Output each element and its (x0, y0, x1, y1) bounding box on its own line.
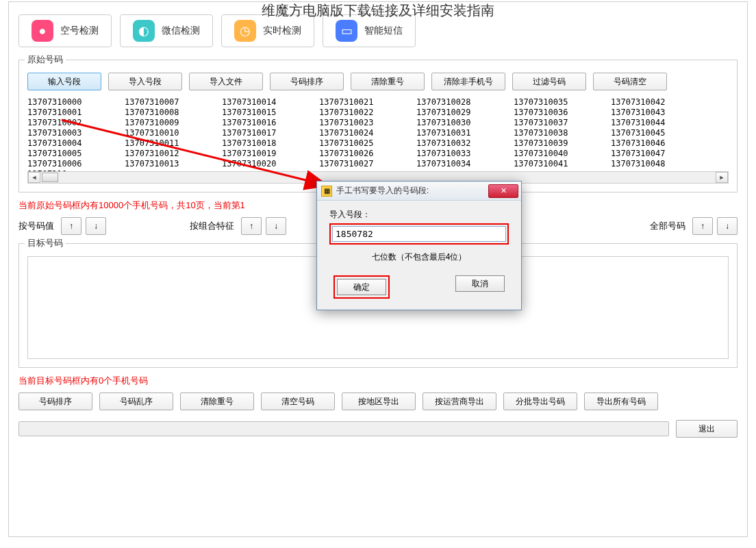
dialog-body: 导入号段： 七位数（不包含最后4位） 确定 取消 (317, 201, 521, 310)
target-button-row: 号码排序 号码乱序 清除重号 清空号码 按地区导出 按运营商导出 分批导出号码 … (18, 393, 738, 410)
number-cell[interactable]: 13707310027 (319, 159, 416, 169)
tgt-dedupe-button[interactable]: 清除重号 (180, 393, 254, 410)
number-cell[interactable]: 13707310 (27, 169, 68, 171)
scroll-left-icon[interactable]: ◄ (28, 172, 40, 183)
number-cell[interactable]: 13707310020 (222, 159, 319, 169)
number-cell[interactable]: 13707310001 (27, 108, 125, 118)
exit-button[interactable]: 退出 (676, 420, 738, 438)
clear-numbers-button[interactable]: 号码清空 (593, 73, 667, 90)
number-cell[interactable]: 13707310006 (27, 159, 125, 169)
number-cell[interactable]: 13707310005 (27, 149, 125, 159)
number-cell[interactable]: 13707310040 (514, 149, 611, 159)
number-cell[interactable]: 13707310042 (611, 97, 708, 108)
sort-value-down-button[interactable]: ↓ (86, 217, 106, 235)
number-cell[interactable]: 13707310011 (125, 138, 222, 149)
number-column: 1370731013707310137073101370731013707310… (27, 169, 68, 171)
number-column: 1370731001413707310015137073100161370731… (222, 97, 319, 169)
scroll-right-icon[interactable]: ► (716, 172, 728, 183)
target-status: 当前目标号码框内有0个手机号码 (18, 375, 738, 387)
number-cell[interactable]: 13707310021 (319, 97, 416, 108)
number-cell[interactable]: 13707310041 (514, 159, 611, 169)
sms-icon: ▭ (336, 20, 357, 42)
number-cell[interactable]: 13707310047 (611, 149, 708, 159)
sort-numbers-button[interactable]: 号码排序 (270, 73, 344, 90)
number-cell[interactable]: 13707310024 (319, 128, 416, 138)
number-cell[interactable]: 13707310004 (27, 138, 125, 149)
number-cell[interactable]: 13707310009 (125, 118, 222, 128)
number-cell[interactable]: 13707310043 (611, 108, 708, 118)
export-region-button[interactable]: 按地区导出 (342, 393, 416, 410)
number-cell[interactable]: 13707310018 (222, 138, 319, 149)
number-cell[interactable]: 13707310007 (125, 97, 222, 108)
close-icon[interactable]: ✕ (488, 184, 518, 198)
number-cell[interactable]: 13707310031 (416, 128, 514, 138)
number-cell[interactable]: 13707310008 (125, 108, 222, 118)
tgt-shuffle-button[interactable]: 号码乱序 (99, 393, 173, 410)
source-section: 原始号码 输入号段 导入号段 导入文件 号码排序 清除重号 清除非手机号 过滤号… (18, 60, 738, 192)
number-cell[interactable]: 13707310013 (125, 159, 222, 169)
number-cell[interactable]: 13707310010 (125, 128, 222, 138)
filter-button[interactable]: 过滤号码 (512, 73, 586, 90)
number-cell[interactable]: 13707310019 (222, 149, 319, 159)
dialog-hint: 七位数（不包含最后4位） (329, 251, 509, 263)
remove-nonmobile-button[interactable]: 清除非手机号 (431, 73, 505, 90)
number-cell[interactable]: 13707310035 (514, 97, 611, 108)
number-cell[interactable]: 13707310016 (222, 118, 319, 128)
sort-group-down-button[interactable]: ↓ (266, 217, 286, 235)
import-file-button[interactable]: 导入文件 (189, 73, 263, 90)
number-cell[interactable]: 13707310028 (416, 97, 514, 108)
number-column: 1370731000013707310001137073100021370731… (27, 97, 125, 169)
input-segment-button[interactable]: 输入号段 (27, 73, 101, 90)
number-column: 1370731000713707310008137073100091370731… (125, 97, 222, 169)
tab-label: 智能短信 (364, 25, 403, 37)
dialog-title: 手工书写要导入的号码段: (336, 185, 484, 197)
ok-button[interactable]: 确定 (337, 279, 386, 295)
number-cell[interactable]: 13707310037 (514, 118, 611, 128)
page-title: 维魔方电脑版下载链接及详细安装指南 (262, 1, 494, 20)
all-down-button[interactable]: ↓ (717, 217, 738, 235)
number-cell[interactable]: 13707310015 (222, 108, 319, 118)
tab-wechat-check[interactable]: ◐ 微信检测 (120, 14, 213, 47)
target-title: 目标号码 (25, 237, 66, 249)
tgt-clear-button[interactable]: 清空号码 (261, 393, 335, 410)
import-segment-button[interactable]: 导入号段 (108, 73, 182, 90)
number-cell[interactable]: 13707310045 (611, 128, 708, 138)
number-cell[interactable]: 13707310030 (416, 118, 514, 128)
number-cell[interactable]: 13707310046 (611, 138, 708, 149)
dialog-app-icon: ▦ (321, 186, 332, 197)
dialog-titlebar[interactable]: ▦ 手工书写要导入的号码段: ✕ (317, 182, 521, 201)
number-cell[interactable]: 13707310023 (319, 118, 416, 128)
cancel-button[interactable]: 取消 (455, 275, 505, 292)
sort-group-up-button[interactable]: ↑ (241, 217, 262, 235)
number-cell[interactable]: 13707310036 (514, 108, 611, 118)
number-cell[interactable]: 13707310025 (319, 138, 416, 149)
number-cell[interactable]: 13707310039 (514, 138, 611, 149)
number-cell[interactable]: 13707310044 (611, 118, 708, 128)
scroll-thumb[interactable] (42, 173, 58, 182)
all-up-button[interactable]: ↑ (692, 217, 713, 235)
tgt-sort-button[interactable]: 号码排序 (18, 393, 92, 410)
export-carrier-button[interactable]: 按运营商导出 (423, 393, 496, 410)
number-cell[interactable]: 13707310022 (319, 108, 416, 118)
number-cell[interactable]: 13707310017 (222, 128, 319, 138)
number-cell[interactable]: 13707310048 (611, 159, 708, 169)
export-batch-button[interactable]: 分批导出号码 (503, 393, 577, 410)
dedupe-button[interactable]: 清除重号 (351, 73, 425, 90)
dialog-input-highlight (329, 223, 509, 245)
number-cell[interactable]: 13707310002 (27, 118, 125, 128)
sort-value-up-button[interactable]: ↑ (61, 217, 81, 235)
tab-empty-check[interactable]: ● 空号检测 (18, 14, 112, 47)
number-cell[interactable]: 13707310032 (416, 138, 514, 149)
number-cell[interactable]: 13707310003 (27, 128, 125, 138)
number-cell[interactable]: 13707310034 (416, 159, 514, 169)
number-cell[interactable]: 13707310033 (416, 149, 514, 159)
number-cell[interactable]: 13707310000 (27, 97, 125, 108)
number-cell[interactable]: 13707310012 (125, 149, 222, 159)
number-cell[interactable]: 13707310029 (416, 108, 514, 118)
number-cell[interactable]: 13707310014 (222, 97, 319, 108)
export-all-button[interactable]: 导出所有号码 (584, 393, 658, 410)
number-grid: 1370731000013707310001137073100021370731… (27, 97, 729, 171)
number-cell[interactable]: 13707310026 (319, 149, 416, 159)
segment-input[interactable] (332, 226, 506, 242)
number-cell[interactable]: 13707310038 (514, 128, 611, 138)
